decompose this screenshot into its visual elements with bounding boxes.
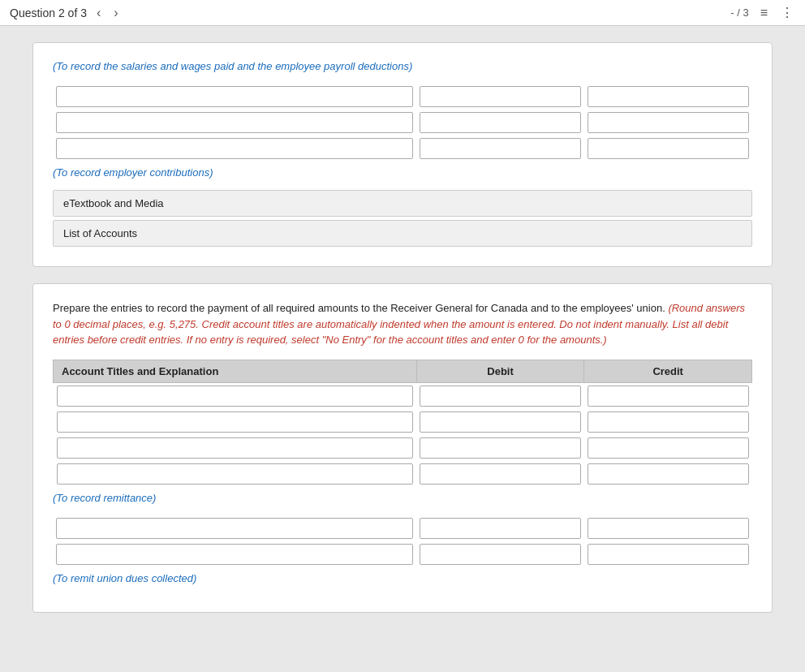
account-input-2-3[interactable]	[57, 437, 414, 459]
payroll-entry-rows	[53, 84, 752, 162]
table-row	[54, 461, 752, 487]
credit-input-1-3[interactable]	[588, 138, 749, 159]
instruction-block: Prepare the entries to record the paymen…	[53, 300, 752, 348]
debit-cell	[416, 84, 584, 110]
debit-input-1-1[interactable]	[420, 86, 581, 107]
account-input-2-1[interactable]	[57, 386, 414, 407]
union-dues-table	[53, 515, 752, 567]
credit-input-2-4[interactable]	[588, 463, 749, 485]
section1-card: (To record the salaries and wages paid a…	[32, 42, 773, 267]
note-employer: (To record employer contributions)	[53, 166, 752, 179]
col-header-account: Account Titles and Explanation	[54, 360, 417, 382]
account-input-2-4[interactable]	[57, 463, 414, 485]
note-payroll: (To record the salaries and wages paid a…	[53, 59, 752, 74]
etextbook-button[interactable]: eTextbook and Media	[53, 190, 752, 217]
top-bar-right: - / 3 ≡ ⋮	[730, 3, 795, 22]
next-question-button[interactable]: ›	[110, 4, 121, 22]
account-input-1-1[interactable]	[56, 86, 413, 107]
account-input-1-3[interactable]	[56, 138, 413, 159]
table-row	[54, 382, 752, 409]
account-input-3-2[interactable]	[56, 544, 413, 565]
account-cell	[53, 84, 416, 110]
debit-input-3-1[interactable]	[420, 518, 581, 539]
more-options-button[interactable]: ⋮	[779, 3, 795, 22]
credit-input-2-3[interactable]	[588, 437, 749, 459]
table-row	[53, 84, 752, 110]
credit-input-1-2[interactable]	[588, 112, 749, 133]
debit-input-2-1[interactable]	[420, 386, 581, 407]
instruction-normal: Prepare the entries to record the paymen…	[53, 302, 665, 314]
credit-cell	[584, 84, 752, 110]
table-header-row: Account Titles and Explanation Debit Cre…	[54, 360, 752, 382]
table-row	[53, 110, 752, 136]
question-title: Question 2 of 3	[10, 6, 87, 19]
table-row	[54, 409, 752, 435]
top-bar-left: Question 2 of 3 ‹ ›	[10, 4, 122, 22]
payroll-table	[53, 84, 752, 162]
credit-input-3-1[interactable]	[588, 518, 749, 539]
credit-input-2-2[interactable]	[588, 411, 749, 433]
list-icon-button[interactable]: ≡	[759, 4, 769, 22]
debit-input-2-3[interactable]	[420, 437, 581, 459]
col-header-credit: Credit	[584, 360, 752, 382]
note-union-dues: (To remit union dues collected)	[53, 572, 752, 584]
account-input-3-1[interactable]	[56, 518, 413, 539]
debit-input-2-4[interactable]	[420, 463, 581, 485]
credit-input-1-1[interactable]	[588, 86, 749, 107]
credit-input-2-1[interactable]	[588, 386, 749, 407]
table-row	[53, 541, 752, 567]
table-row	[54, 435, 752, 461]
section2-card: Prepare the entries to record the paymen…	[32, 283, 773, 613]
debit-input-2-2[interactable]	[420, 411, 581, 433]
list-of-accounts-button[interactable]: List of Accounts	[53, 220, 752, 247]
top-bar: Question 2 of 3 ‹ › - / 3 ≡ ⋮	[0, 0, 805, 26]
remittance-table: Account Titles and Explanation Debit Cre…	[53, 360, 752, 487]
credit-input-3-2[interactable]	[588, 544, 749, 565]
debit-input-1-3[interactable]	[420, 138, 581, 159]
table-row	[53, 136, 752, 162]
debit-input-1-2[interactable]	[420, 112, 581, 133]
col-header-debit: Debit	[416, 360, 584, 382]
debit-input-3-2[interactable]	[420, 544, 581, 565]
main-content: (To record the salaries and wages paid a…	[0, 26, 805, 645]
table-row	[53, 515, 752, 541]
account-input-1-2[interactable]	[56, 112, 413, 133]
score-display: - / 3	[730, 6, 748, 19]
account-input-2-2[interactable]	[57, 411, 414, 433]
note-remittance: (To record remittance)	[53, 492, 752, 504]
prev-question-button[interactable]: ‹	[93, 4, 104, 22]
